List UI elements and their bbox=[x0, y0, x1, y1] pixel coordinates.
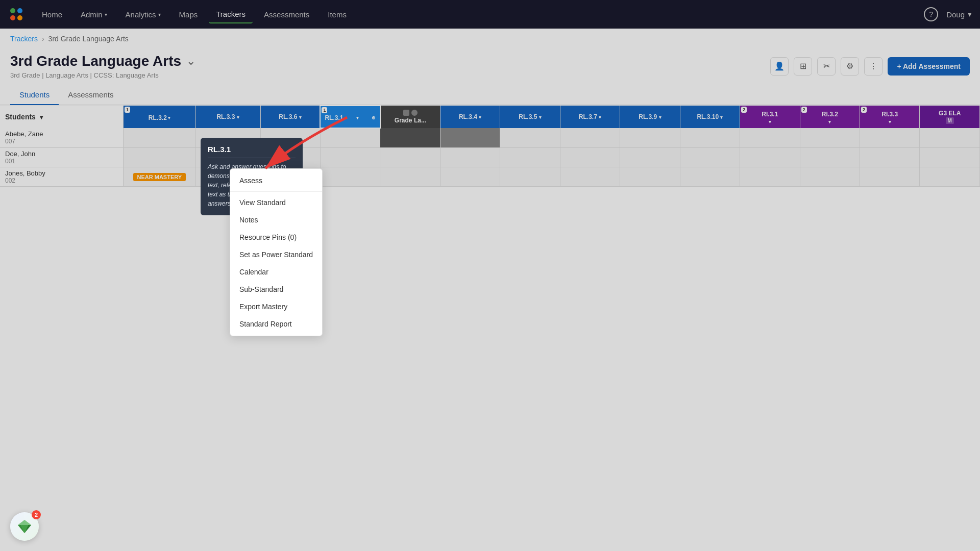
th-rl35-label: RL.3.5 bbox=[519, 113, 537, 120]
page-title: 3rd Grade Language Arts bbox=[10, 53, 181, 69]
person-icon-btn[interactable]: 👤 bbox=[770, 57, 789, 76]
th-ri33-label: RI.3.3 bbox=[862, 109, 917, 118]
tab-students[interactable]: Students bbox=[10, 85, 59, 105]
nav-maps[interactable]: Maps bbox=[172, 6, 205, 23]
breadcrumb-current: 3rd Grade Language Arts bbox=[48, 35, 129, 43]
th-ri32-chevron: ▾ bbox=[828, 119, 831, 124]
cell-3-ri31 bbox=[740, 167, 800, 186]
th-ri33[interactable]: 2 RI.3.3 ▾ bbox=[860, 106, 920, 128]
cell-3-g3ela bbox=[920, 167, 980, 186]
th-rl32[interactable]: 1 RL.3.2 ▾ bbox=[123, 106, 195, 128]
dropdown-item-resource-pins[interactable]: Resource Pins (0) bbox=[230, 229, 322, 246]
cell-3-rl37 bbox=[560, 167, 620, 186]
dropdown-item-notes[interactable]: Notes bbox=[230, 211, 322, 229]
th-rl31-badge: 1 bbox=[322, 107, 327, 113]
student-name-1: Abebe, Zane 007 bbox=[0, 128, 123, 147]
th-rl35[interactable]: RL.3.5 ▾ bbox=[500, 106, 560, 128]
cell-1-rl31 bbox=[320, 128, 380, 147]
th-ri33-chevron: ▾ bbox=[889, 119, 891, 124]
add-assessment-button[interactable]: + Add Assessment bbox=[888, 57, 970, 76]
user-chevron-icon: ▾ bbox=[968, 10, 972, 19]
bottom-notification[interactable]: 2 bbox=[10, 512, 39, 541]
admin-chevron-icon: ▾ bbox=[105, 12, 107, 17]
dropdown-item-standard-report[interactable]: Standard Report bbox=[230, 315, 322, 333]
th-ri31[interactable]: 2 RI.3.1 ▾ bbox=[740, 106, 800, 128]
dropdown-item-view-standard[interactable]: View Standard bbox=[230, 194, 322, 211]
nav-assessments[interactable]: Assessments bbox=[257, 6, 316, 23]
notification-badge: 2 bbox=[32, 510, 41, 519]
help-icon[interactable]: ? bbox=[924, 7, 938, 21]
notification-icon[interactable]: 2 bbox=[10, 512, 39, 541]
th-rl36[interactable]: RL.3.6 ▾ bbox=[260, 106, 320, 128]
th-ri32[interactable]: 2 RI.3.2 ▾ bbox=[800, 106, 860, 128]
th-rl310[interactable]: RL.3.10 ▾ bbox=[680, 106, 740, 128]
cell-2-rl39 bbox=[620, 147, 680, 167]
cell-1-ri31 bbox=[740, 128, 800, 147]
cell-3-rl35 bbox=[500, 167, 560, 186]
student-name-label-3: Jones, Bobby bbox=[5, 169, 121, 177]
settings-icon-btn[interactable]: ⚙ bbox=[841, 57, 859, 76]
nav-trackers[interactable]: Trackers bbox=[209, 6, 253, 23]
dropdown-menu: Assess View Standard Notes Resource Pins… bbox=[230, 168, 323, 336]
logo-dot-2 bbox=[17, 8, 22, 13]
cell-2-ri33 bbox=[860, 147, 920, 167]
dropdown-item-power-standard[interactable]: Set as Power Standard bbox=[230, 246, 322, 263]
more-icon-btn[interactable]: ⋮ bbox=[864, 57, 883, 76]
th-rl37-label: RL.3.7 bbox=[579, 113, 597, 120]
th-grade-la[interactable]: Grade La... bbox=[380, 106, 440, 128]
th-rl37[interactable]: RL.3.7 ▾ bbox=[560, 106, 620, 128]
dropdown-item-assess[interactable]: Assess bbox=[230, 172, 322, 189]
columns-icon: ⊞ bbox=[800, 61, 806, 71]
cell-2-rl35 bbox=[500, 147, 560, 167]
th-g3ela-m: M bbox=[946, 117, 954, 124]
cell-2-rl34 bbox=[440, 147, 500, 167]
person-icon: 👤 bbox=[774, 61, 785, 71]
th-rl310-label: RL.3.10 bbox=[697, 113, 719, 120]
scissors-icon-btn[interactable]: ✂ bbox=[817, 57, 836, 76]
th-rl39[interactable]: RL.3.9 ▾ bbox=[620, 106, 680, 128]
students-header-label: Students bbox=[5, 113, 36, 121]
dropdown-item-calendar[interactable]: Calendar bbox=[230, 263, 322, 281]
th-rl34-label: RL.3.4 bbox=[459, 113, 477, 120]
th-rl36-chevron: ▾ bbox=[299, 115, 302, 120]
th-g3ela[interactable]: G3 ELA M bbox=[920, 106, 980, 128]
cell-1-rl35 bbox=[500, 128, 560, 147]
th-rl37-chevron: ▾ bbox=[599, 115, 601, 120]
students-sort-icon[interactable]: ▾ bbox=[40, 114, 43, 121]
table-header-row: Students ▾ 1 RL.3.2 ▾ RL.3.3 ▾ bbox=[0, 106, 980, 128]
th-rl33[interactable]: RL.3.3 ▾ bbox=[195, 106, 260, 128]
nav-analytics[interactable]: Analytics ▾ bbox=[118, 6, 168, 23]
navbar: Home Admin ▾ Analytics ▾ Maps Trackers A… bbox=[0, 0, 980, 29]
th-rl31[interactable]: 1 RL.3.1 ▾ ⊕ bbox=[320, 106, 380, 128]
student-name-label-2: Doe, John bbox=[5, 150, 121, 158]
user-menu[interactable]: Doug ▾ bbox=[946, 10, 972, 19]
th-rl32-chevron: ▾ bbox=[168, 115, 170, 120]
student-name-2: Doe, John 001 bbox=[0, 147, 123, 167]
cell-3-rl34 bbox=[440, 167, 500, 186]
dropdown-divider-1 bbox=[230, 191, 322, 192]
table-row: Doe, John 001 bbox=[0, 147, 980, 167]
th-rl31-more: ⊕ bbox=[372, 115, 376, 120]
dropdown-item-export-mastery[interactable]: Export Mastery bbox=[230, 298, 322, 315]
breadcrumb-parent[interactable]: Trackers bbox=[10, 35, 38, 43]
nav-items[interactable]: Items bbox=[321, 6, 354, 23]
nav-admin[interactable]: Admin ▾ bbox=[74, 6, 114, 23]
logo-dot-3 bbox=[10, 15, 15, 20]
cell-2-rl310 bbox=[680, 147, 740, 167]
analytics-chevron-icon: ▾ bbox=[158, 12, 161, 17]
title-chevron-icon[interactable]: ⌄ bbox=[186, 55, 195, 68]
more-icon: ⋮ bbox=[869, 61, 877, 71]
cell-1-ri33 bbox=[860, 128, 920, 147]
app-logo[interactable] bbox=[8, 6, 24, 22]
th-ri31-chevron: ▾ bbox=[769, 119, 771, 124]
student-name-label-1: Abebe, Zane bbox=[5, 130, 121, 138]
th-rl39-label: RL.3.9 bbox=[639, 113, 657, 120]
th-rl34[interactable]: RL.3.4 ▾ bbox=[440, 106, 500, 128]
cell-2-grla bbox=[380, 147, 440, 167]
tab-assessments[interactable]: Assessments bbox=[59, 85, 122, 105]
nav-home[interactable]: Home bbox=[35, 6, 69, 23]
columns-icon-btn[interactable]: ⊞ bbox=[794, 57, 812, 76]
student-id-3: 002 bbox=[5, 177, 121, 184]
dropdown-item-sub-standard[interactable]: Sub-Standard bbox=[230, 281, 322, 298]
cell-1-rl310 bbox=[680, 128, 740, 147]
